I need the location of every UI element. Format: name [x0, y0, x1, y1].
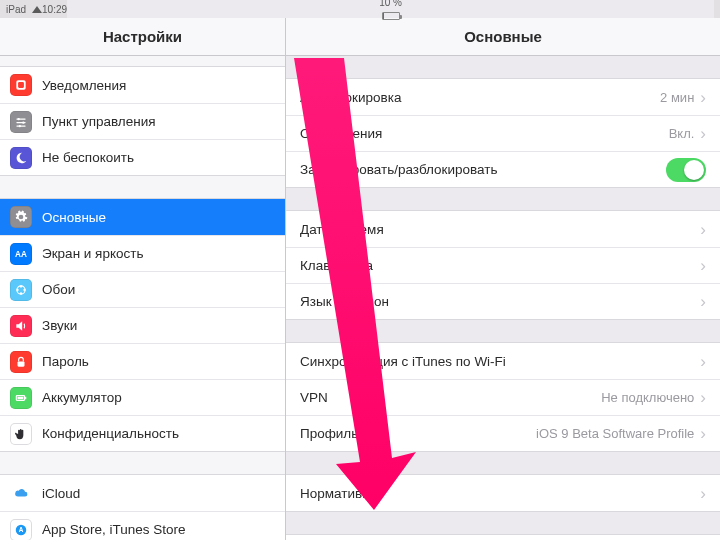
sidebar-item-label: Аккумулятор	[42, 390, 273, 405]
hand-icon	[10, 423, 32, 445]
settings-row-value: 2 мин	[660, 90, 694, 105]
sidebar-item-hand[interactable]: Конфиденциальность	[0, 415, 285, 451]
toggle-switch[interactable]	[666, 158, 706, 182]
settings-row[interactable]: ПрофильiOS 9 Beta Software Profile›	[286, 415, 720, 451]
status-time: 10:29	[42, 4, 67, 15]
svg-rect-16	[25, 396, 26, 398]
chevron-right-icon: ›	[700, 353, 706, 370]
settings-row[interactable]: Автоблокировка2 мин›	[286, 79, 720, 115]
cloud-icon	[10, 482, 32, 504]
chevron-right-icon: ›	[700, 389, 706, 406]
chevron-right-icon: ›	[700, 125, 706, 142]
settings-row[interactable]: ОграниченияВкл.›	[286, 115, 720, 151]
svg-point-12	[20, 292, 22, 294]
settings-row-value: Вкл.	[669, 126, 695, 141]
settings-row-label: Автоблокировка	[300, 90, 660, 105]
sidebar-item-label: Уведомления	[42, 78, 273, 93]
sidebar-item-gear[interactable]: Основные	[0, 199, 285, 235]
sidebar-item-notifications[interactable]: Уведомления	[0, 67, 285, 103]
svg-text:AA: AA	[15, 249, 27, 258]
status-bar: iPad 10:29 ⊕ 10 % ⚡︎	[0, 0, 720, 18]
svg-rect-7	[16, 125, 25, 126]
settings-row-value: Не подключено	[601, 390, 694, 405]
settings-row-label: Нормативы	[300, 486, 700, 501]
sidebar-item-label: Основные	[42, 210, 273, 225]
settings-row-label: VPN	[300, 390, 601, 405]
sidebar-item-cloud[interactable]: iCloud	[0, 475, 285, 511]
settings-row-label: Язык и регион	[300, 294, 700, 309]
sidebar-item-moon[interactable]: Не беспокоить	[0, 139, 285, 175]
control-center-icon	[10, 111, 32, 133]
svg-text:A: A	[19, 526, 24, 533]
settings-row-label: Ограничения	[300, 126, 669, 141]
chevron-right-icon: ›	[700, 293, 706, 310]
settings-row-label: Профиль	[300, 426, 536, 441]
sidebar-item-label: App Store, iTunes Store	[42, 522, 273, 537]
svg-rect-5	[16, 122, 25, 123]
settings-row-value: iOS 9 Beta Software Profile	[536, 426, 694, 441]
settings-row-label: Дата и время	[300, 222, 700, 237]
lock-icon	[10, 351, 32, 373]
sidebar-item-label: iCloud	[42, 486, 273, 501]
wallpaper-icon	[10, 279, 32, 301]
svg-rect-3	[16, 118, 25, 119]
battery-icon	[382, 12, 400, 20]
notifications-icon	[10, 74, 32, 96]
svg-point-11	[23, 288, 25, 290]
moon-icon	[10, 147, 32, 169]
chevron-right-icon: ›	[700, 485, 706, 502]
sidebar: Настройки УведомленияПункт управленияНе …	[0, 18, 286, 540]
sidebar-item-sounds[interactable]: Звуки	[0, 307, 285, 343]
chevron-right-icon: ›	[700, 221, 706, 238]
sidebar-item-display[interactable]: AAЭкран и яркость	[0, 235, 285, 271]
settings-row-label: Синхронизация с iTunes по Wi-Fi	[300, 354, 700, 369]
wifi-icon	[32, 6, 42, 13]
settings-row[interactable]: Дата и время›	[286, 211, 720, 247]
sidebar-item-battery[interactable]: Аккумулятор	[0, 379, 285, 415]
sidebar-item-wallpaper[interactable]: Обои	[0, 271, 285, 307]
sidebar-item-label: Пункт управления	[42, 114, 273, 129]
detail-title: Основные	[286, 18, 720, 56]
sounds-icon	[10, 315, 32, 337]
settings-row[interactable]: Сброс›	[286, 535, 720, 540]
store-icon: A	[10, 519, 32, 541]
sidebar-item-lock[interactable]: Пароль	[0, 343, 285, 379]
svg-rect-17	[18, 396, 24, 398]
sidebar-item-label: Звуки	[42, 318, 273, 333]
battery-pct: 10 %	[379, 0, 402, 8]
sidebar-item-label: Пароль	[42, 354, 273, 369]
gear-icon	[10, 206, 32, 228]
settings-row[interactable]: Заблокировать/разблокировать	[286, 151, 720, 187]
sidebar-item-label: Экран и яркость	[42, 246, 273, 261]
display-icon: AA	[10, 243, 32, 265]
settings-row-label: Заблокировать/разблокировать	[300, 162, 666, 177]
svg-rect-1	[18, 82, 24, 88]
chevron-right-icon: ›	[700, 89, 706, 106]
sidebar-title: Настройки	[0, 18, 285, 56]
sidebar-item-label: Обои	[42, 282, 273, 297]
settings-row[interactable]: VPNНе подключено›	[286, 379, 720, 415]
settings-row[interactable]: Клавиатура›	[286, 247, 720, 283]
svg-point-10	[20, 285, 22, 287]
svg-point-13	[16, 288, 18, 290]
battery-icon	[10, 387, 32, 409]
settings-row[interactable]: Нормативы›	[286, 475, 720, 511]
svg-rect-14	[18, 361, 25, 366]
detail-pane: Основные Автоблокировка2 мин›Ограничения…	[286, 18, 720, 540]
settings-row[interactable]: Язык и регион›	[286, 283, 720, 319]
sidebar-item-label: Конфиденциальность	[42, 426, 273, 441]
chevron-right-icon: ›	[700, 257, 706, 274]
settings-row[interactable]: Синхронизация с iTunes по Wi-Fi›	[286, 343, 720, 379]
sidebar-item-control-center[interactable]: Пункт управления	[0, 103, 285, 139]
chevron-right-icon: ›	[700, 425, 706, 442]
device-name: iPad	[6, 4, 26, 15]
settings-row-label: Клавиатура	[300, 258, 700, 273]
sidebar-item-label: Не беспокоить	[42, 150, 273, 165]
sidebar-item-store[interactable]: AApp Store, iTunes Store	[0, 511, 285, 540]
